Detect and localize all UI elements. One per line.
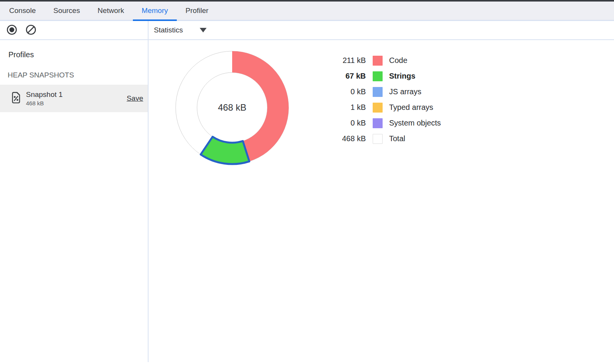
block-icon <box>26 24 36 36</box>
snapshot-size: 468 kB <box>26 100 127 106</box>
legend-row-strings[interactable]: 67 kB Strings <box>320 68 441 84</box>
legend-label: System objects <box>389 119 441 127</box>
snapshot-list-item[interactable]: Snapshot 1 468 kB Save <box>0 85 148 112</box>
legend-swatch-system-objects <box>373 118 383 128</box>
tab-network[interactable]: Network <box>89 2 133 20</box>
legend-label: Total <box>389 134 405 143</box>
panel-content: Profiles HEAP SNAPSHOTS Snapshot 1 468 k… <box>0 40 614 362</box>
legend-label: Code <box>389 56 407 65</box>
legend-swatch-code <box>373 56 383 66</box>
save-snapshot-link[interactable]: Save <box>127 94 143 103</box>
chart-legend: 211 kB Code 67 kB Strings 0 kB JS arrays… <box>320 53 441 147</box>
perspective-select[interactable]: Statistics <box>154 26 207 34</box>
donut-chart-svg <box>173 48 291 167</box>
legend-row-total[interactable]: 468 kB Total <box>320 131 441 147</box>
donut-slice-strings[interactable] <box>201 137 249 164</box>
profiles-sidebar: Profiles HEAP SNAPSHOTS Snapshot 1 468 k… <box>0 40 149 362</box>
legend-row-system-objects[interactable]: 0 kB System objects <box>320 115 441 131</box>
legend-value: 468 kB <box>320 134 366 143</box>
legend-value: 1 kB <box>320 103 366 112</box>
legend-swatch-total <box>373 134 383 144</box>
tab-profiler[interactable]: Profiler <box>177 2 217 20</box>
snapshot-name: Snapshot 1 <box>26 90 127 99</box>
legend-value: 0 kB <box>320 119 366 127</box>
legend-value: 67 kB <box>320 72 366 81</box>
panel-tabbar: Console Sources Network Memory Profiler <box>0 2 614 21</box>
statistics-view: 468 kB 211 kB Code 67 kB Strings 0 kB JS… <box>149 40 614 362</box>
donut-chart[interactable]: 468 kB <box>173 48 291 167</box>
clear-profiles-button[interactable] <box>26 25 36 35</box>
toolbar: Statistics <box>0 21 614 40</box>
heap-snapshot-document-percent-icon <box>11 91 21 106</box>
legend-label: Typed arrays <box>389 103 433 112</box>
snapshot-info: Snapshot 1 468 kB <box>26 90 127 106</box>
heap-snapshots-section-title: HEAP SNAPSHOTS <box>8 71 148 79</box>
legend-label: JS arrays <box>389 87 421 96</box>
tab-memory[interactable]: Memory <box>133 2 177 20</box>
legend-row-code[interactable]: 211 kB Code <box>320 53 441 68</box>
legend-row-js-arrays[interactable]: 0 kB JS arrays <box>320 84 441 100</box>
legend-row-typed-arrays[interactable]: 1 kB Typed arrays <box>320 100 441 115</box>
toolbar-right: Statistics <box>149 21 614 39</box>
toolbar-left <box>0 21 149 39</box>
tab-sources[interactable]: Sources <box>45 2 89 20</box>
legend-label: Strings <box>389 72 415 81</box>
legend-value: 211 kB <box>320 56 366 65</box>
donut-outline <box>197 72 267 143</box>
record-icon <box>6 24 17 36</box>
perspective-select-value: Statistics <box>154 26 183 34</box>
profiles-title: Profiles <box>8 50 148 59</box>
legend-value: 0 kB <box>320 87 366 96</box>
legend-swatch-typed-arrays <box>373 103 383 113</box>
triangle-down-icon <box>200 28 207 32</box>
tab-console[interactable]: Console <box>0 2 45 20</box>
legend-swatch-strings <box>373 71 383 81</box>
legend-swatch-js-arrays <box>373 87 383 97</box>
devtools-window: Console Sources Network Memory Profiler <box>0 0 614 362</box>
record-heap-snapshot-button[interactable] <box>6 25 17 35</box>
